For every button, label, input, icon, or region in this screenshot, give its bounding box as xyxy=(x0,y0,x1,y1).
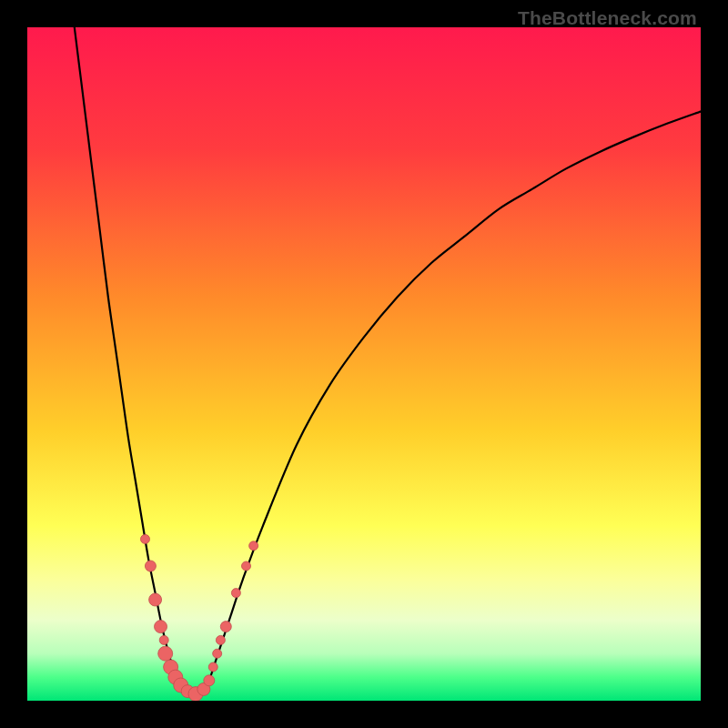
data-marker xyxy=(216,635,225,644)
plot-area xyxy=(27,27,701,701)
data-marker xyxy=(159,635,168,644)
data-marker xyxy=(231,589,240,598)
data-marker xyxy=(220,622,231,632)
data-marker xyxy=(158,646,173,661)
data-marker xyxy=(242,561,251,571)
data-marker xyxy=(208,662,217,672)
data-markers xyxy=(141,534,258,701)
data-marker xyxy=(204,675,215,686)
data-marker xyxy=(141,534,150,543)
curve-layer xyxy=(27,27,701,701)
data-marker xyxy=(145,561,156,571)
data-marker xyxy=(149,593,162,606)
chart-frame: TheBottleneck.com xyxy=(0,0,728,728)
bottleneck-curve xyxy=(75,27,701,697)
data-marker xyxy=(213,649,222,658)
watermark-text: TheBottleneck.com xyxy=(518,7,697,29)
data-marker xyxy=(249,541,258,551)
data-marker xyxy=(155,621,167,633)
